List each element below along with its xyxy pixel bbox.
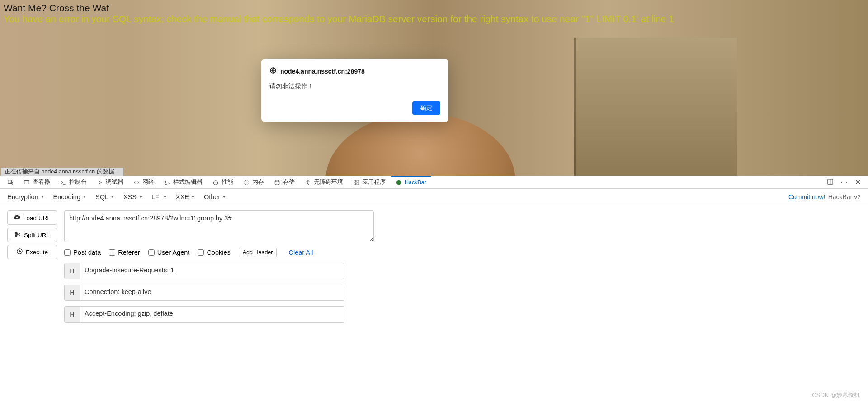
dialog-ok-button[interactable]: 确定	[412, 101, 440, 115]
header-row: H Accept-Encoding: gzip, deflate	[64, 306, 344, 323]
check-postdata[interactable]: Post data	[64, 249, 101, 256]
caret-down-icon	[163, 196, 167, 198]
split-url-button[interactable]: Split URL	[7, 228, 57, 242]
globe-icon	[269, 67, 277, 76]
svg-rect-10	[357, 183, 359, 185]
scissors-icon	[14, 231, 21, 239]
dropdown-xxe[interactable]: XXE	[176, 193, 195, 201]
url-input[interactable]	[64, 210, 374, 242]
header-tag: H	[65, 285, 80, 300]
hackbar-version: HackBar v2	[828, 193, 861, 201]
devtools-tabbar: 查看器 控制台 调试器 网络 样式编辑器 性能 内存 存储	[0, 176, 868, 189]
svg-point-5	[275, 180, 279, 182]
header-value[interactable]: Accept-Encoding: gzip, deflate	[80, 307, 344, 322]
inspect-element-button[interactable]	[3, 176, 18, 188]
status-bar: 正在传输来自 node4.anna.nssctf.cn 的数据…	[1, 168, 123, 176]
commit-now-link[interactable]: Commit now!	[788, 193, 826, 201]
hackbar-body: Load URL Split URL Execute Post data Ref…	[0, 205, 868, 402]
svg-rect-8	[357, 180, 359, 182]
close-devtools-icon[interactable]: ✕	[855, 178, 861, 187]
tab-performance[interactable]: 性能	[208, 176, 238, 188]
add-header-button[interactable]: Add Header	[239, 248, 277, 257]
tab-debugger[interactable]: 调试器	[92, 176, 128, 188]
caret-down-icon	[111, 196, 114, 198]
tab-network[interactable]: 网络	[129, 176, 159, 188]
load-url-button[interactable]: Load URL	[7, 210, 57, 225]
background-shape	[574, 38, 737, 176]
tab-memory[interactable]: 内存	[239, 176, 269, 188]
caret-down-icon	[222, 196, 226, 198]
dropdown-other[interactable]: Other	[204, 193, 226, 201]
dropdown-encoding[interactable]: Encoding	[53, 193, 86, 201]
dropdown-xss[interactable]: XSS	[123, 193, 142, 201]
dialog-host: node4.anna.nssctf.cn:28978	[280, 68, 365, 75]
tab-storage[interactable]: 存储	[269, 176, 299, 188]
svg-point-6	[307, 180, 308, 181]
header-row: H Upgrade-Insecure-Requests: 1	[64, 263, 344, 279]
tab-hackbar[interactable]: HackBar	[391, 176, 431, 188]
svg-rect-12	[828, 179, 833, 184]
dropdown-lfi[interactable]: LFI	[151, 193, 167, 201]
more-options-icon[interactable]: ⋯	[840, 178, 849, 187]
dock-side-icon[interactable]	[827, 178, 834, 187]
play-circle-icon	[16, 248, 23, 256]
check-useragent[interactable]: User Agent	[148, 249, 190, 256]
tab-application[interactable]: 应用程序	[349, 176, 390, 188]
header-row: H Connection: keep-alive	[64, 285, 344, 301]
tab-accessibility[interactable]: 无障碍环境	[300, 176, 348, 188]
page-content: Want Me? Cross the Waf You have an error…	[0, 0, 868, 176]
header-tag: H	[65, 263, 80, 279]
caret-down-icon	[191, 196, 195, 198]
check-cookies[interactable]: Cookies	[198, 249, 230, 256]
caret-down-icon	[139, 196, 142, 198]
header-tag: H	[65, 307, 80, 322]
js-alert-dialog: node4.anna.nssctf.cn:28978 请勿非法操作！ 确定	[261, 59, 448, 122]
tab-inspector[interactable]: 查看器	[19, 176, 55, 188]
svg-rect-4	[245, 181, 248, 184]
tab-console[interactable]: 控制台	[56, 176, 91, 188]
hackbar-toolbar: Encryption Encoding SQL XSS LFI XXE Othe…	[0, 189, 868, 205]
svg-point-11	[396, 180, 401, 185]
svg-rect-9	[354, 183, 356, 185]
dropdown-sql[interactable]: SQL	[95, 193, 114, 201]
caret-down-icon	[41, 196, 44, 198]
check-referer[interactable]: Referer	[109, 249, 140, 256]
tab-style-editor[interactable]: 样式编辑器	[160, 176, 207, 188]
execute-button[interactable]: Execute	[7, 245, 57, 259]
svg-rect-2	[24, 180, 29, 184]
dialog-message: 请勿非法操作！	[269, 82, 440, 90]
cloud-download-icon	[14, 214, 20, 222]
caret-down-icon	[83, 196, 86, 198]
dropdown-encryption[interactable]: Encryption	[7, 193, 44, 201]
header-value[interactable]: Connection: keep-alive	[80, 285, 344, 300]
page-title: Want Me? Cross the Waf	[0, 0, 868, 14]
background-shape	[326, 113, 515, 176]
svg-rect-7	[354, 180, 356, 182]
sql-error-text: You have an error in your SQL syntax; ch…	[0, 14, 868, 27]
devtools-panel: 查看器 控制台 调试器 网络 样式编辑器 性能 内存 存储	[0, 176, 868, 402]
header-value[interactable]: Upgrade-Insecure-Requests: 1	[80, 263, 344, 279]
clear-all-link[interactable]: Clear All	[288, 249, 313, 256]
